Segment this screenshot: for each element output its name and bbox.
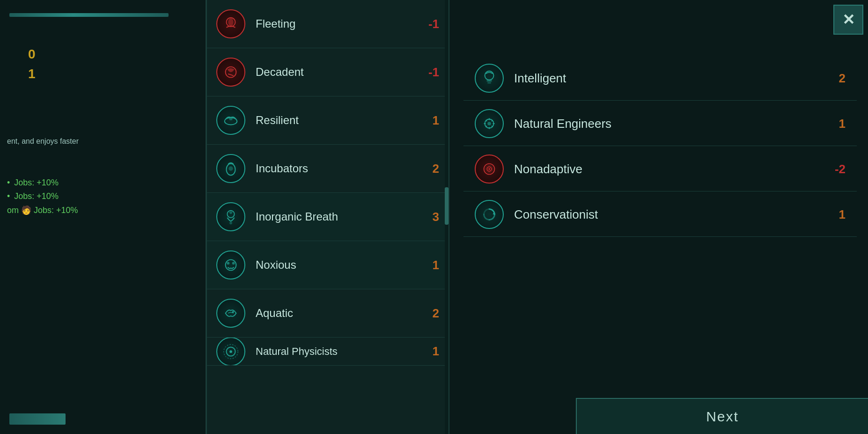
noxious-icon [216, 250, 245, 280]
inorganic-breath-value: 3 [420, 210, 439, 224]
natural-physicists-icon-svg [222, 343, 240, 360]
nonadaptive-value: -2 [827, 162, 846, 177]
noxious-icon-svg [222, 256, 240, 274]
resilient-icon [216, 106, 245, 135]
trait-list: Fleeting -1 Decadent -1 [207, 0, 449, 434]
trait-resilient[interactable]: Resilient 1 [207, 96, 449, 145]
trait-noxious[interactable]: Noxious 1 [207, 241, 449, 289]
aquatic-icon-svg [222, 304, 240, 322]
next-button[interactable]: Next [576, 398, 868, 434]
bottom-bar-decoration [9, 413, 66, 425]
natural-engineers-value: 1 [827, 117, 846, 131]
natural-engineers-name: Natural Engineers [514, 117, 827, 131]
noxious-value: 1 [420, 258, 439, 272]
svg-rect-18 [486, 80, 492, 82]
selected-trait-nonadaptive[interactable]: Nonadaptive -2 [463, 147, 857, 191]
center-trait-panel: Fleeting -1 Decadent -1 [206, 0, 449, 434]
scrollbar-track[interactable] [445, 0, 449, 434]
svg-point-7 [228, 166, 233, 171]
intelligent-name: Intelligent [514, 71, 827, 86]
natural-engineers-icon [475, 109, 504, 138]
stats-area: 0 1 [28, 47, 36, 81]
conservationist-icon-svg [480, 206, 498, 223]
svg-line-3 [228, 74, 233, 76]
conservationist-value: 1 [827, 207, 846, 222]
nonadaptive-icon-svg [480, 160, 498, 178]
decadent-name: Decadent [256, 66, 420, 79]
inorganic-breath-icon [216, 202, 245, 231]
incubators-value: 2 [420, 162, 439, 176]
svg-point-5 [229, 117, 233, 120]
top-bar-decoration [9, 13, 169, 17]
job-line-0: • Jobs: +10% [7, 178, 78, 188]
resilient-icon-svg [222, 111, 240, 129]
svg-rect-19 [487, 82, 491, 84]
selected-traits-area: Intelligent 2 Natural Engineers 1 [463, 56, 857, 238]
trait-fleeting[interactable]: Fleeting -1 [207, 0, 449, 48]
svg-point-9 [229, 221, 232, 224]
right-panel: Intelligent 2 Natural Engineers 1 [449, 0, 868, 434]
natural-physicists-value: 1 [420, 344, 439, 359]
job-line-2: om 🧑 Jobs: +10% [7, 205, 78, 215]
decadent-value: -1 [420, 65, 439, 80]
description-text: ent, and enjoys faster [7, 136, 194, 147]
natural-physicists-name: Natural Physicists [256, 346, 420, 358]
fleeting-icon-svg [222, 15, 240, 33]
aquatic-value: 2 [420, 306, 439, 321]
stat-1: 1 [28, 66, 36, 81]
nonadaptive-icon [475, 154, 504, 184]
next-button-label: Next [706, 409, 739, 425]
intelligent-icon-svg [480, 69, 498, 87]
trait-inorganic-breath[interactable]: Inorganic Breath 3 [207, 193, 449, 241]
incubators-name: Incubators [256, 162, 420, 175]
svg-point-10 [226, 260, 236, 271]
svg-point-24 [488, 168, 490, 170]
natural-engineers-icon-svg [480, 115, 498, 132]
job-icon-1: • [7, 191, 10, 201]
selected-trait-intelligent[interactable]: Intelligent 2 [463, 56, 857, 101]
svg-point-12 [232, 262, 235, 265]
inorganic-breath-name: Inorganic Breath [256, 210, 420, 223]
conservationist-icon [475, 200, 504, 229]
svg-point-15 [229, 350, 232, 353]
aquatic-icon [216, 299, 245, 328]
intelligent-value: 2 [827, 71, 846, 86]
left-panel: 0 1 ent, and enjoys faster • Jobs: +10% … [0, 0, 206, 434]
resilient-name: Resilient [256, 114, 420, 127]
nonadaptive-name: Nonadaptive [514, 162, 827, 177]
scrollbar-thumb[interactable] [445, 187, 449, 225]
resilient-value: 1 [420, 113, 439, 128]
job-icon-0: • [7, 178, 10, 188]
fleeting-icon [216, 9, 245, 38]
inorganic-breath-icon-svg [222, 208, 240, 226]
fleeting-value: -1 [420, 17, 439, 31]
svg-point-11 [227, 262, 229, 265]
selected-trait-natural-engineers[interactable]: Natural Engineers 1 [463, 102, 857, 146]
jobs-area: • Jobs: +10% • Jobs: +10% om 🧑 Jobs: +10… [7, 178, 78, 219]
trait-aquatic[interactable]: Aquatic 2 [207, 289, 449, 338]
noxious-name: Noxious [256, 258, 420, 272]
trait-decadent[interactable]: Decadent -1 [207, 48, 449, 96]
aquatic-name: Aquatic [256, 307, 420, 320]
decadent-icon [216, 58, 245, 87]
fleeting-name: Fleeting [256, 17, 420, 30]
conservationist-name: Conservationist [514, 207, 827, 222]
trait-incubators[interactable]: Incubators 2 [207, 145, 449, 193]
svg-point-1 [228, 18, 233, 26]
trait-natural-physicists-partial[interactable]: Natural Physicists 1 [207, 338, 449, 366]
intelligent-icon [475, 64, 504, 93]
svg-point-21 [487, 122, 491, 125]
close-button[interactable]: ✕ [833, 5, 863, 35]
incubators-icon [216, 154, 245, 183]
stat-0: 0 [28, 47, 36, 62]
decadent-icon-svg [222, 63, 240, 81]
natural-physicists-icon [216, 338, 245, 366]
job-line-1: • Jobs: +10% [7, 191, 78, 201]
selected-trait-conservationist[interactable]: Conservationist 1 [463, 192, 857, 237]
incubators-icon-svg [222, 160, 240, 177]
